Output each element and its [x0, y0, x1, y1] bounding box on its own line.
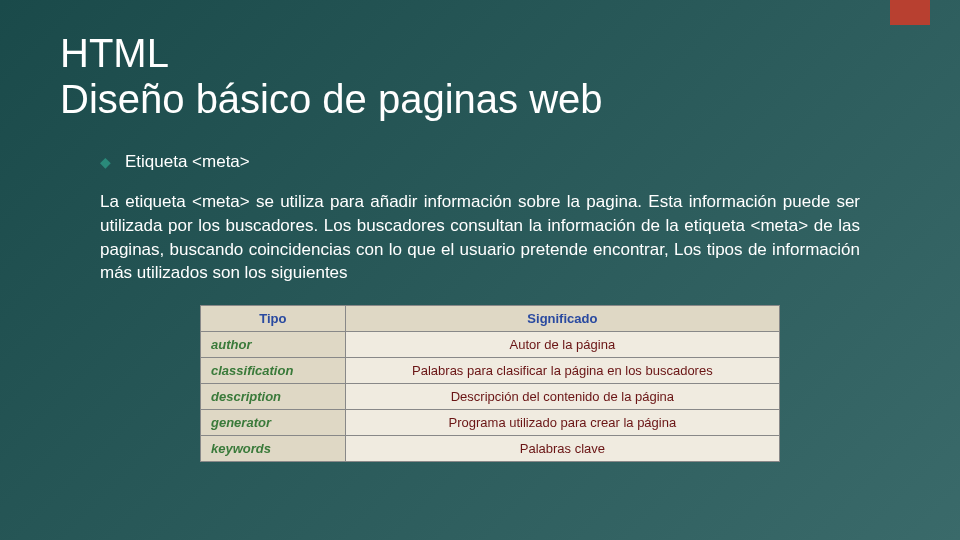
- cell-type: classification: [201, 358, 346, 384]
- slide-content: HTML Diseño básico de paginas web ◆ Etiq…: [0, 0, 960, 462]
- title-line-2: Diseño básico de paginas web: [60, 77, 603, 121]
- diamond-icon: ◆: [100, 154, 111, 170]
- cell-meaning: Palabras para clasificar la página en lo…: [345, 358, 779, 384]
- cell-type: keywords: [201, 436, 346, 462]
- table-row: author Autor de la página: [201, 332, 780, 358]
- header-significado: Significado: [345, 306, 779, 332]
- title-line-1: HTML: [60, 31, 169, 75]
- accent-bar: [890, 0, 930, 25]
- table-row: classification Palabras para clasificar …: [201, 358, 780, 384]
- slide-title: HTML Diseño básico de paginas web: [60, 30, 900, 122]
- cell-type: author: [201, 332, 346, 358]
- table-row: description Descripción del contenido de…: [201, 384, 780, 410]
- cell-type: description: [201, 384, 346, 410]
- header-tipo: Tipo: [201, 306, 346, 332]
- bullet-text: Etiqueta <meta>: [125, 152, 250, 172]
- table-container: Tipo Significado author Autor de la pági…: [200, 305, 780, 462]
- cell-meaning: Autor de la página: [345, 332, 779, 358]
- cell-meaning: Descripción del contenido de la página: [345, 384, 779, 410]
- meta-types-table: Tipo Significado author Autor de la pági…: [200, 305, 780, 462]
- table-row: keywords Palabras clave: [201, 436, 780, 462]
- cell-meaning: Palabras clave: [345, 436, 779, 462]
- cell-type: generator: [201, 410, 346, 436]
- paragraph: La etiqueta <meta> se utiliza para añadi…: [100, 190, 860, 285]
- table-row: generator Programa utilizado para crear …: [201, 410, 780, 436]
- cell-meaning: Programa utilizado para crear la página: [345, 410, 779, 436]
- bullet-line: ◆ Etiqueta <meta>: [100, 152, 900, 172]
- table-header-row: Tipo Significado: [201, 306, 780, 332]
